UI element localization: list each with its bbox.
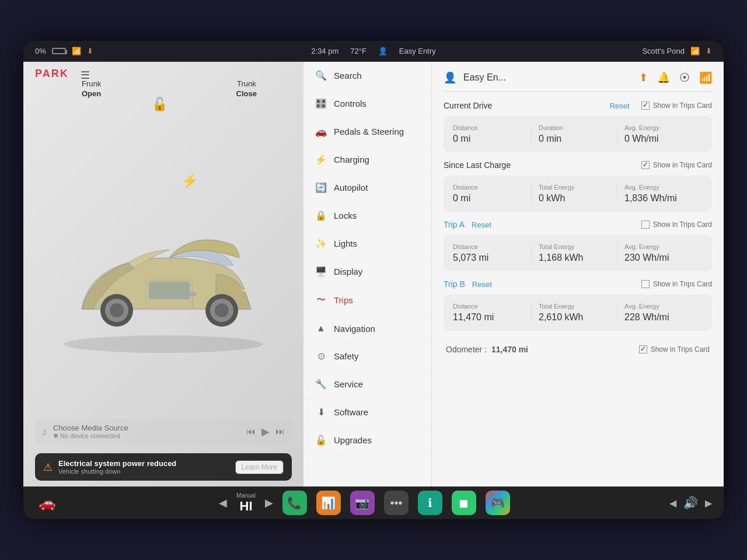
trip-b-reset[interactable]: Reset: [472, 280, 492, 289]
nav-label-pedals: Pedals & Steering: [334, 127, 404, 136]
next-track-btn[interactable]: ⏭: [275, 426, 285, 437]
nav-item-safety[interactable]: ⊙Safety: [303, 342, 431, 370]
since-last-charge-section: Since Last Charge Show in Trips Card Dis…: [444, 160, 712, 212]
nav-item-software[interactable]: ⬇Software: [303, 398, 431, 426]
since-last-charge-header: Since Last Charge Show in Trips Card: [444, 160, 712, 170]
nav-menu: 🔍Search🎛️Controls🚗Pedals & Steering⚡Char…: [303, 62, 432, 487]
alert-bar: ⚠ Electrical system power reduced Vehicl…: [35, 453, 292, 481]
phone-icon[interactable]: 📞: [282, 491, 307, 515]
prev-media[interactable]: ◀: [669, 498, 676, 509]
nav-label-search: Search: [334, 71, 362, 80]
trip-a-avg-energy: Avg. Energy 230 Wh/mi: [617, 243, 703, 263]
nav-item-lights[interactable]: ✨Lights: [303, 230, 431, 258]
bell-icon[interactable]: 🔔: [657, 71, 670, 84]
status-bar: 0% 📶 ⬇ 2:34 pm 72°F 👤 Easy Entry Scott's…: [23, 41, 724, 62]
next-arrow[interactable]: ▶: [265, 496, 273, 509]
trip-b-section: Trip B Reset Show in Trips Card Distance…: [444, 279, 712, 331]
nav-label-trips: Trips: [334, 295, 353, 305]
odometer-show-trips: Show in Trips Card: [639, 345, 710, 354]
prev-arrow[interactable]: ◀: [219, 496, 227, 509]
svg-rect-2: [149, 282, 190, 299]
nav-label-lights: Lights: [334, 239, 357, 249]
bluetooth-icon[interactable]: ⦿: [679, 72, 690, 84]
taskbar: 🚗 ◀ Manual HI ▶ 📞 📊 📷 ••• ℹ ◼ 🎮 ◀ 🔊 ▶: [23, 487, 724, 519]
odometer-checkbox[interactable]: [639, 345, 647, 354]
volume-icon[interactable]: 🔊: [683, 496, 698, 510]
taskbar-center: ◀ Manual HI ▶ 📞 📊 📷 ••• ℹ ◼ 🎮: [219, 491, 510, 515]
nav-label-service: Service: [334, 379, 363, 389]
trip-a-show-trips: Show in Trips Card: [641, 220, 712, 229]
nav-item-locks[interactable]: 🔒Locks: [303, 202, 431, 230]
nav-item-service[interactable]: 🔧Service: [303, 370, 431, 398]
nav-icon-controls: 🎛️: [315, 98, 327, 109]
trip-a-card: Distance 5,073 mi Total Energy 1,168 kWh…: [444, 235, 712, 271]
left-panel: PARK ☰ Frunk Open Trunk Close 🔓 ⚡: [23, 62, 303, 487]
current-drive-section: Current Drive Reset Show in Trips Card D…: [444, 101, 712, 152]
signal-icon: 📶: [690, 47, 700, 55]
next-media[interactable]: ▶: [705, 498, 712, 509]
panel-header: 👤 Easy En... ⬆ 🔔 ⦿ 📶: [444, 71, 712, 92]
battery-indicator: [52, 48, 66, 54]
trip-b-header: Trip B Reset Show in Trips Card: [444, 279, 712, 289]
park-label: PARK: [35, 68, 69, 82]
current-drive-checkbox[interactable]: [641, 102, 650, 110]
trip-a-reset[interactable]: Reset: [472, 220, 491, 229]
profile-icon: 👤: [378, 47, 388, 55]
nav-icon-navigation: ▲: [315, 323, 327, 334]
learn-more-button[interactable]: Learn More: [235, 460, 284, 474]
nav-item-upgrades[interactable]: 🔓Upgrades: [303, 426, 431, 454]
music-icon: ♪: [42, 426, 47, 438]
signal-panel-icon[interactable]: 📶: [699, 71, 712, 84]
play-btn[interactable]: ▶: [261, 425, 270, 438]
trip-a-total-energy: Total Energy 1,168 kWh: [532, 243, 617, 263]
nav-icon-locks: 🔒: [315, 210, 327, 221]
panel-title-row: 👤 Easy En...: [444, 71, 506, 84]
car-icon-taskbar[interactable]: 🚗: [35, 491, 60, 515]
nav-item-autopilot[interactable]: 🔄Autopilot: [303, 174, 431, 202]
nav-item-pedals[interactable]: 🚗Pedals & Steering: [303, 118, 431, 146]
trip-a-checkbox[interactable]: [641, 220, 650, 229]
right-panel: 👤 Easy En... ⬆ 🔔 ⦿ 📶 Current Drive Reset: [432, 62, 724, 487]
prev-track-btn[interactable]: ⏮: [246, 426, 256, 437]
header-icons: ⬆ 🔔 ⦿ 📶: [639, 71, 712, 84]
nav-label-autopilot: Autopilot: [334, 183, 368, 192]
current-duration: Duration 0 min: [532, 124, 617, 144]
nav-label-software: Software: [334, 407, 368, 417]
nav-item-controls[interactable]: 🎛️Controls: [303, 90, 431, 118]
location-name: Scott's Pond: [642, 47, 685, 55]
nav-item-search[interactable]: 🔍Search: [303, 62, 431, 90]
trip-b-checkbox[interactable]: [641, 280, 650, 288]
nav-item-trips[interactable]: 〜Trips: [303, 286, 431, 315]
media-info: Choose Media Source ✱ No device connecte…: [53, 424, 240, 440]
current-drive-card: Distance 0 mi Duration 0 min Avg. Energy…: [444, 116, 712, 152]
nav-icon-lights: ✨: [315, 238, 327, 249]
drive-display: Manual HI: [236, 492, 256, 514]
media-bar: ♪ Choose Media Source ✱ No device connec…: [35, 419, 292, 444]
info-icon[interactable]: ℹ: [418, 491, 442, 515]
trip-a-distance: Distance 5,073 mi: [453, 243, 532, 263]
trip-b-card: Distance 11,470 mi Total Energy 2,610 kW…: [444, 295, 712, 331]
trip-b-total-energy: Total Energy 2,610 kWh: [532, 303, 617, 323]
trip-b-title: Trip B: [444, 279, 465, 289]
nav-label-safety: Safety: [334, 351, 359, 361]
audio-icon[interactable]: 📊: [316, 491, 341, 515]
download-icon: ⬇: [87, 47, 93, 55]
upload-icon[interactable]: ⬆: [639, 71, 648, 84]
nav-icon-charging: ⚡: [315, 154, 327, 165]
current-drive-reset[interactable]: Reset: [610, 102, 630, 110]
svg-point-8: [215, 303, 229, 317]
profile-name: Easy Entry: [399, 47, 436, 55]
more-icon[interactable]: •••: [384, 491, 409, 515]
profile-icon-panel: 👤: [444, 71, 456, 84]
download-icon2: ⬇: [706, 47, 712, 55]
nav-item-charging[interactable]: ⚡Charging: [303, 146, 431, 174]
camera-icon[interactable]: 📷: [350, 491, 375, 515]
nav-item-display[interactable]: 🖥️Display: [303, 258, 431, 286]
games-icon[interactable]: 🎮: [486, 491, 510, 515]
nav-label-display: Display: [334, 267, 362, 276]
since-last-charge-checkbox[interactable]: [641, 161, 650, 169]
app-icon[interactable]: ◼: [452, 491, 476, 515]
nav-item-navigation[interactable]: ▲Navigation: [303, 315, 431, 342]
trip-b-distance: Distance 11,470 mi: [453, 303, 532, 323]
alert-text: Electrical system power reduced Vehicle …: [58, 459, 229, 475]
